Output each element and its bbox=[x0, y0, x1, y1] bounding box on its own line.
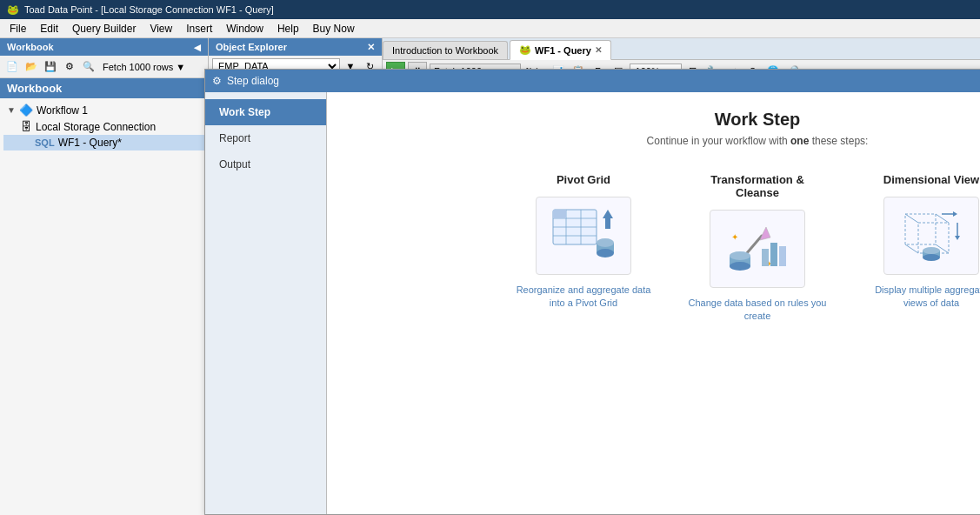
transform-desc: Change data based on rules you create bbox=[688, 297, 827, 324]
intro-tab[interactable]: Introduction to Workbook bbox=[383, 41, 508, 59]
query-icon: SQL bbox=[35, 137, 55, 148]
toolbar-btn-5[interactable]: 🔍 bbox=[80, 58, 97, 76]
menu-view[interactable]: View bbox=[143, 20, 178, 37]
svg-line-27 bbox=[936, 214, 949, 223]
dialog-content: Work Step Continue in your workflow with… bbox=[327, 92, 980, 514]
svg-rect-8 bbox=[605, 218, 610, 229]
open-workbook-btn[interactable]: 📂 bbox=[23, 58, 40, 76]
tabs-row: Introduction to Workbook 🐸 WF1 - Query ✕ bbox=[383, 38, 980, 60]
object-explorer-header: Object Explorer ✕ bbox=[209, 38, 382, 56]
wf1-query-item[interactable]: SQL WF1 - Query* bbox=[3, 135, 204, 150]
workbook-tree: ▼ 🔷 Workflow 1 🗄 Local Storage Connectio… bbox=[0, 98, 208, 515]
workbook-panel: Workbook ◀ 📄 📂 💾 ⚙ 🔍 Fetch 1000 rows ▼ W… bbox=[0, 38, 209, 515]
right-area: Object Explorer ✕ EMP_DATA ▼ ↻ Databases… bbox=[209, 38, 980, 515]
menu-buy-now[interactable]: Buy Now bbox=[307, 20, 361, 37]
svg-rect-6 bbox=[553, 210, 566, 218]
workbook-header-label: Workbook bbox=[7, 42, 54, 52]
svg-marker-33 bbox=[955, 236, 960, 240]
connection-item[interactable]: 🗄 Local Storage Connection bbox=[3, 118, 204, 135]
dialog-sidebar: Work Step Report Output bbox=[205, 92, 327, 514]
dialog-title-icon: ⚙ bbox=[212, 75, 222, 87]
menu-help[interactable]: Help bbox=[271, 20, 305, 37]
workbook-title: Workbook bbox=[0, 78, 208, 98]
dimensional-title: Dimensional View bbox=[883, 173, 979, 186]
pivot-grid-icon bbox=[549, 205, 618, 266]
svg-text:✦: ✦ bbox=[731, 232, 738, 242]
svg-line-26 bbox=[905, 214, 918, 223]
object-explorer-close[interactable]: ✕ bbox=[367, 42, 375, 53]
svg-point-37 bbox=[923, 247, 940, 254]
connection-icon: 🗄 bbox=[21, 120, 32, 133]
svg-marker-7 bbox=[603, 210, 613, 218]
menu-file[interactable]: File bbox=[3, 20, 32, 37]
pivot-grid-icon-box[interactable] bbox=[536, 197, 631, 275]
workflow-1-label: Workflow 1 bbox=[37, 104, 88, 117]
subtitle-emphasis: one bbox=[790, 135, 809, 147]
menu-window[interactable]: Window bbox=[220, 20, 270, 37]
dialog-subtitle: Continue in your workflow with one these… bbox=[647, 135, 869, 147]
pivot-grid-option[interactable]: Pivot Grid bbox=[514, 173, 653, 311]
app-title: Toad Data Point - [Local Storage Connect… bbox=[24, 4, 274, 15]
dialog-nav-work-step[interactable]: Work Step bbox=[205, 99, 326, 125]
svg-point-12 bbox=[597, 238, 614, 247]
transform-icon: ✦ ✦ bbox=[723, 218, 792, 279]
svg-marker-31 bbox=[953, 211, 957, 217]
svg-point-36 bbox=[923, 254, 940, 261]
menu-edit[interactable]: Edit bbox=[34, 20, 64, 37]
transform-icon-box[interactable]: ✦ ✦ bbox=[710, 210, 805, 288]
dialog-title-bar: ⚙ Step dialog ✕ bbox=[205, 70, 980, 92]
dimensional-option[interactable]: Dimensional View bbox=[862, 173, 980, 311]
wf1-query-tab[interactable]: 🐸 WF1 - Query ✕ bbox=[510, 40, 611, 60]
save-workbook-btn[interactable]: 💾 bbox=[42, 58, 59, 76]
menu-insert[interactable]: Insert bbox=[180, 20, 218, 37]
wf1-tab-label: WF1 - Query bbox=[535, 45, 591, 56]
workbook-panel-header: Workbook ◀ bbox=[0, 38, 208, 56]
transform-option[interactable]: Transformation & Cleanse ✦ ✦ bbox=[688, 173, 827, 324]
workbook-toolbar: 📄 📂 💾 ⚙ 🔍 Fetch 1000 rows ▼ bbox=[0, 56, 208, 78]
svg-point-23 bbox=[730, 251, 750, 260]
wf1-query-label: WF1 - Query* bbox=[58, 137, 122, 149]
menu-bar: File Edit Query Builder View Insert Wind… bbox=[0, 19, 980, 38]
dialog-nav-output[interactable]: Output bbox=[205, 151, 326, 177]
transform-title: Transformation & Cleanse bbox=[688, 173, 827, 199]
subtitle-prefix: Continue in your workflow with bbox=[647, 135, 790, 147]
dimensional-icon-box[interactable] bbox=[883, 197, 979, 275]
svg-line-28 bbox=[905, 244, 918, 253]
toolbar-btn-4[interactable]: ⚙ bbox=[61, 58, 78, 76]
svg-point-11 bbox=[597, 249, 614, 258]
dialog-content-title: Work Step bbox=[715, 110, 801, 130]
dimensional-desc: Display multiple aggregate views of data bbox=[862, 284, 980, 311]
menu-query-builder[interactable]: Query Builder bbox=[66, 20, 142, 37]
steps-grid: Pivot Grid bbox=[514, 173, 980, 324]
dialog-title-label: Step dialog bbox=[227, 75, 980, 87]
svg-rect-24 bbox=[905, 214, 936, 244]
intro-tab-label: Introduction to Workbook bbox=[392, 45, 498, 56]
main-layout: Workbook ◀ 📄 📂 💾 ⚙ 🔍 Fetch 1000 rows ▼ W… bbox=[0, 38, 980, 515]
dimensional-icon bbox=[897, 205, 966, 266]
step-dialog: ⚙ Step dialog ✕ Work Step Report Output … bbox=[204, 69, 980, 515]
wf1-tab-close[interactable]: ✕ bbox=[595, 45, 602, 55]
pivot-grid-title: Pivot Grid bbox=[557, 173, 610, 186]
fetch-rows-label[interactable]: Fetch 1000 rows ▼ bbox=[103, 62, 185, 72]
svg-point-22 bbox=[730, 262, 750, 271]
connection-label: Local Storage Connection bbox=[36, 121, 156, 133]
dialog-nav-report[interactable]: Report bbox=[205, 125, 326, 151]
workflow-1-arrow: ▼ bbox=[7, 105, 16, 115]
svg-rect-17 bbox=[762, 249, 769, 266]
app-icon: 🐸 bbox=[7, 4, 19, 16]
workflow-1-item[interactable]: ▼ 🔷 Workflow 1 bbox=[3, 102, 204, 118]
title-bar: 🐸 Toad Data Point - [Local Storage Conne… bbox=[0, 0, 980, 19]
object-explorer-title: Object Explorer bbox=[216, 42, 287, 52]
svg-rect-19 bbox=[779, 246, 786, 266]
new-workbook-btn[interactable]: 📄 bbox=[3, 58, 21, 76]
svg-rect-18 bbox=[770, 243, 777, 266]
workflow-1-icon: 🔷 bbox=[19, 104, 33, 117]
wf1-tab-icon: 🐸 bbox=[519, 44, 531, 56]
pivot-grid-desc: Reorganize and aggregate data into a Piv… bbox=[514, 284, 653, 311]
workbook-pin-btn[interactable]: ◀ bbox=[194, 43, 201, 52]
subtitle-suffix: these steps: bbox=[809, 135, 868, 147]
svg-marker-14 bbox=[760, 227, 770, 240]
dialog-body: Work Step Report Output Work Step Contin… bbox=[205, 92, 980, 514]
